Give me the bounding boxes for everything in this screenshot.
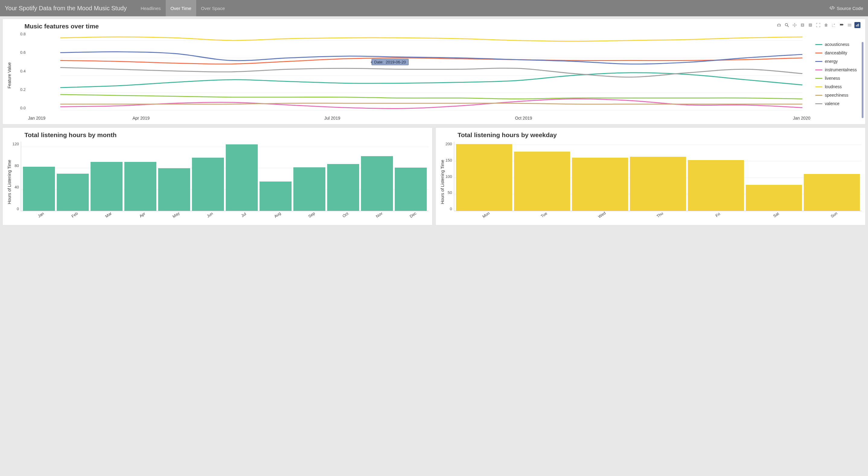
tab-headlines[interactable]: Headlines <box>136 0 166 16</box>
source-code-link[interactable]: Source Code <box>829 5 863 11</box>
legend-swatch-icon <box>815 78 823 79</box>
ytick: 200 <box>445 142 452 146</box>
bar-aug[interactable] <box>259 181 291 211</box>
weekday-chart-ylabel: Hours of Listening Time <box>439 142 445 222</box>
pan-icon[interactable] <box>792 22 798 28</box>
legend-item-speechiness[interactable]: speechiness <box>815 93 862 97</box>
legend-label: danceability <box>825 51 847 55</box>
svg-rect-17 <box>858 24 859 26</box>
plotly-logo-icon[interactable] <box>855 22 861 28</box>
hours-by-month-card: Total listening hours by month Hours of … <box>2 127 433 225</box>
bar-dec[interactable] <box>395 168 427 211</box>
hover-closest-icon[interactable] <box>839 22 845 28</box>
legend-item-liveness[interactable]: liveness <box>815 76 862 81</box>
legend-swatch-icon <box>815 61 823 62</box>
svg-rect-7 <box>802 24 803 26</box>
legend-item-danceability[interactable]: danceability <box>815 51 862 55</box>
bar-jul[interactable] <box>226 144 258 211</box>
svg-rect-16 <box>857 24 858 26</box>
plotly-modebar <box>776 22 861 28</box>
xtick: Jul 2019 <box>237 116 428 120</box>
bar-mar[interactable] <box>91 162 123 211</box>
bar-sun[interactable] <box>804 174 860 211</box>
month-chart-plot[interactable] <box>21 142 429 211</box>
xtick: Jan 2019 <box>28 116 45 120</box>
app-title: Your Spotify Data from the Mood Music St… <box>5 5 127 12</box>
weekday-chart-title: Total listening hours by weekday <box>439 130 862 139</box>
tooltip-label: Date: <box>374 60 383 64</box>
ytick: 120 <box>12 142 19 146</box>
legend-swatch-icon <box>815 86 823 87</box>
bar-apr[interactable] <box>124 162 156 211</box>
svg-rect-14 <box>848 25 851 26</box>
bar-thu[interactable] <box>630 157 686 211</box>
bar-may[interactable] <box>158 168 190 211</box>
zoom-in-icon[interactable] <box>800 22 806 28</box>
weekday-chart-yaxis: 0 50 100 150 200 <box>445 142 454 211</box>
bar-wed[interactable] <box>572 158 628 211</box>
xtick: Oct 2019 <box>428 116 619 120</box>
bar-tue[interactable] <box>514 152 570 211</box>
camera-icon[interactable] <box>776 22 782 28</box>
bar-sep[interactable] <box>293 167 326 211</box>
tooltip-value: 2019-06-20 <box>386 60 406 64</box>
ytick: 0 <box>450 207 452 211</box>
legend-item-valence[interactable]: valence <box>815 101 862 106</box>
legend-item-loudness[interactable]: loudness <box>815 84 862 89</box>
zoom-icon[interactable] <box>784 22 790 28</box>
month-chart-title: Total listening hours by month <box>6 130 429 139</box>
navbar: Your Spotify Data from the Mood Music St… <box>0 0 868 16</box>
legend-swatch-icon <box>815 95 823 96</box>
legend-label: acousticness <box>825 42 849 47</box>
zoom-out-icon[interactable] <box>807 22 813 28</box>
line-chart-xaxis: Jan 2019 Apr 2019 Jul 2019 Oct 2019 Jan … <box>28 115 810 121</box>
reset-axes-icon[interactable] <box>823 22 829 28</box>
spike-lines-icon[interactable] <box>831 22 837 28</box>
code-icon <box>829 5 835 11</box>
bar-nov[interactable] <box>361 156 393 211</box>
ytick: 40 <box>14 185 19 189</box>
svg-rect-13 <box>848 24 851 25</box>
hours-by-weekday-card: Total listening hours by weekday Hours o… <box>435 127 866 225</box>
tab-over-space[interactable]: Over Space <box>196 0 230 16</box>
legend-swatch-icon <box>815 103 823 104</box>
legend-label: liveness <box>825 76 840 81</box>
hover-compare-icon[interactable] <box>846 22 852 28</box>
bar-oct[interactable] <box>327 164 359 211</box>
ytick: 0 <box>17 207 19 211</box>
features-over-time-card: Music features over time Feature Value 0… <box>2 19 866 124</box>
svg-line-0 <box>832 6 833 10</box>
svg-point-1 <box>785 24 788 26</box>
tab-over-time[interactable]: Over Time <box>166 0 196 16</box>
line-chart-ylabel: Feature Value <box>6 30 12 121</box>
legend-item-instrumentalness[interactable]: instrumentalness <box>815 67 862 72</box>
svg-rect-15 <box>856 25 857 27</box>
bar-feb[interactable] <box>57 174 89 211</box>
svg-point-12 <box>834 24 835 25</box>
ytick: 100 <box>445 174 452 179</box>
bar-mon[interactable] <box>456 144 512 211</box>
hover-tooltip: Date: 2019-06-20 <box>372 59 409 65</box>
source-code-label: Source Code <box>837 6 863 11</box>
bar-sat[interactable] <box>746 185 802 211</box>
legend-label: loudness <box>825 84 842 89</box>
xtick: Jan 2020 <box>619 116 810 120</box>
month-chart-yaxis: 0 40 80 120 <box>12 142 21 211</box>
legend-swatch-icon <box>815 69 823 70</box>
bar-fri[interactable] <box>688 160 744 211</box>
line-chart-title: Music features over time <box>6 22 862 30</box>
legend-item-acousticness[interactable]: acousticness <box>815 42 862 47</box>
autoscale-icon[interactable] <box>815 22 821 28</box>
svg-line-2 <box>787 26 788 27</box>
legend-label: energy <box>825 59 838 64</box>
legend-swatch-icon <box>815 44 823 45</box>
weekday-chart-plot[interactable] <box>454 142 862 211</box>
ytick: 150 <box>445 158 452 162</box>
legend-label: speechiness <box>825 93 848 97</box>
bar-jun[interactable] <box>192 158 224 211</box>
line-chart-plot[interactable] <box>12 30 810 115</box>
bar-jan[interactable] <box>23 167 55 211</box>
legend-item-energy[interactable]: energy <box>815 59 862 64</box>
month-chart-xaxis: JanFebMarAprMayJunJulAugSepOctNovDec <box>23 211 429 222</box>
legend-scrollbar[interactable] <box>862 42 864 118</box>
